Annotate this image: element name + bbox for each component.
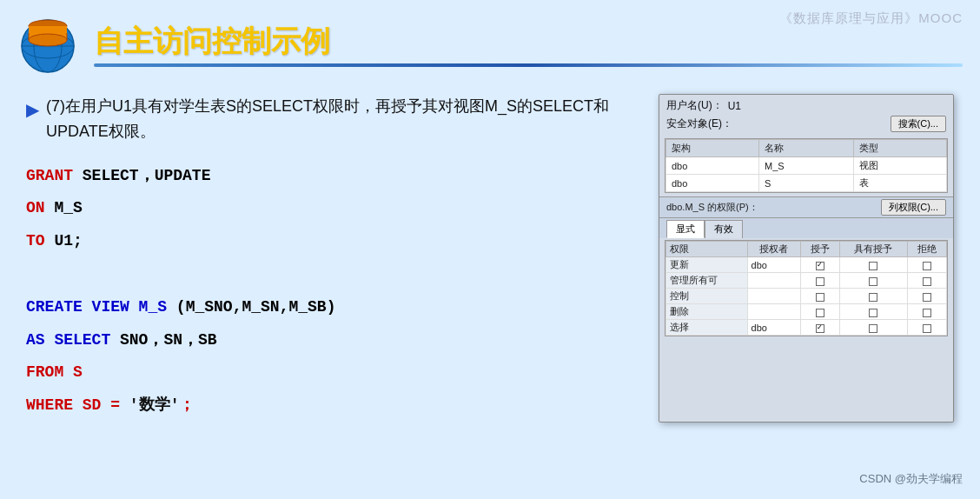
code-line-on: ON M_S	[26, 192, 641, 225]
perm-row: 删除	[666, 304, 947, 320]
code-line-to: TO U1;	[26, 225, 641, 258]
code-line-as: AS SELECT SNO，SN，SB	[26, 324, 641, 357]
perm-deny[interactable]	[907, 304, 946, 320]
checkbox-deny[interactable]	[923, 262, 931, 270]
perm-grantor: dbo	[747, 257, 800, 273]
col-name: 名称	[759, 140, 854, 157]
kw-u1: U1;	[45, 232, 83, 250]
objects-table: 架构 名称 类型 dboM_S视图dboS表	[665, 139, 947, 192]
permissions-section-label: dbo.M_S 的权限(P)： 列权限(C)...	[659, 196, 953, 218]
bottom-watermark: CSDN @劲夫学编程	[859, 471, 963, 487]
table-row[interactable]: dboM_S视图	[666, 157, 947, 175]
cell-schema: dbo	[666, 157, 759, 175]
code-block: GRANT SELECT，UPDATE ON M_S TO U1; CREATE…	[26, 160, 641, 422]
checkbox-grant[interactable]	[816, 262, 824, 270]
tab-explicit[interactable]: 显式	[666, 220, 705, 238]
kw-as-select: AS SELECT	[26, 331, 110, 349]
dialog-tabs: 显式 有效	[659, 218, 953, 238]
col-schema: 架构	[666, 140, 759, 157]
objects-table-wrapper: 架构 名称 类型 dboM_S视图dboS表	[665, 138, 948, 193]
perm-name: 管理所有可	[666, 273, 748, 289]
user-value: U1	[728, 100, 741, 112]
perm-name: 控制	[666, 289, 748, 304]
left-panel: ▶ (7)在用户U1具有对学生表S的SELECT权限时，再授予其对视图M_S的S…	[26, 94, 641, 422]
perm-col-deny: 拒绝	[907, 242, 946, 257]
checkbox-grant[interactable]	[816, 293, 824, 302]
perm-grantor	[747, 289, 800, 304]
cell-name: M_S	[759, 157, 854, 175]
tab-effective[interactable]: 有效	[705, 220, 743, 238]
cell-schema: dbo	[666, 175, 759, 192]
header-area: 自主访问控制示例	[0, 0, 980, 85]
checkbox-deny[interactable]	[923, 293, 931, 302]
title-underline	[94, 63, 963, 67]
perm-col-grantor: 授权者	[747, 242, 800, 257]
checkbox-grant[interactable]	[816, 309, 824, 317]
perm-grant[interactable]	[800, 257, 839, 273]
code-line-where: WHERE SD = '数学'；	[26, 389, 641, 422]
permissions-table: 权限 授权者 授予 具有授予 拒绝 更新dbo管理所有可控制删除选择dbo	[665, 241, 947, 336]
checkbox-with_grant[interactable]	[869, 293, 877, 302]
code-line-blank	[26, 258, 641, 291]
perm-row: 选择dbo	[666, 320, 947, 336]
database-icon	[17, 16, 78, 77]
checkbox-grant[interactable]	[816, 324, 824, 333]
kw-end: ；	[179, 396, 195, 414]
dialog-top: 用户名(U)： U1 安全对象(E)： 搜索(C)...	[659, 95, 953, 136]
column-permissions-button[interactable]: 列权限(C)...	[881, 199, 946, 216]
title-bar: 自主访问控制示例	[94, 25, 963, 66]
checkbox-deny[interactable]	[923, 277, 931, 286]
description-block: ▶ (7)在用户U1具有对学生表S的SELECT权限时，再授予其对视图M_S的S…	[26, 94, 641, 144]
perm-with_grant[interactable]	[840, 304, 907, 320]
perm-row: 控制	[666, 289, 947, 304]
kw-where: WHERE SD =	[26, 396, 129, 414]
kw-sno-sn-sb: SNO，SN，SB	[110, 331, 216, 349]
col-type: 类型	[853, 140, 946, 157]
section-label-text: dbo.M_S 的权限(P)：	[666, 201, 758, 214]
checkbox-with_grant[interactable]	[869, 324, 877, 333]
perm-with_grant[interactable]	[840, 257, 907, 273]
table-row[interactable]: dboS表	[666, 175, 947, 192]
perm-grant[interactable]	[800, 289, 839, 304]
checkbox-grant[interactable]	[816, 277, 824, 286]
perm-name: 删除	[666, 304, 748, 320]
perm-row: 管理所有可	[666, 273, 947, 289]
kw-grant: GRANT	[26, 167, 73, 184]
kw-create-view: CREATE VIEW M_S	[26, 298, 167, 316]
perm-grant[interactable]	[800, 304, 839, 320]
code-line-from: FROM S	[26, 356, 641, 389]
perm-deny[interactable]	[907, 320, 946, 336]
dialog-panel: 用户名(U)： U1 安全对象(E)： 搜索(C)... 架构 名称 类型 db…	[659, 94, 954, 422]
perm-deny[interactable]	[907, 273, 946, 289]
code-line-grant: GRANT SELECT，UPDATE	[26, 160, 641, 193]
user-row: 用户名(U)： U1	[666, 98, 946, 113]
main-content: ▶ (7)在用户U1具有对学生表S的SELECT权限时，再授予其对视图M_S的S…	[0, 85, 980, 431]
kw-select-update: SELECT，UPDATE	[73, 167, 210, 184]
checkbox-deny[interactable]	[923, 309, 931, 317]
perm-grant[interactable]	[800, 320, 839, 336]
perm-col-withgrant: 具有授予	[840, 242, 907, 257]
checkbox-with_grant[interactable]	[869, 262, 877, 270]
arrow-marker: ▶	[26, 96, 39, 123]
perm-deny[interactable]	[907, 289, 946, 304]
perm-deny[interactable]	[907, 257, 946, 273]
kw-to: TO	[26, 232, 45, 250]
checkbox-with_grant[interactable]	[869, 309, 877, 317]
kw-on: ON	[26, 199, 45, 216]
bottom-watermark-text: CSDN @劲夫学编程	[859, 472, 963, 485]
cell-type: 表	[853, 175, 946, 192]
perm-grantor: dbo	[747, 320, 800, 336]
kw-columns: (M_SNO,M_SN,M_SB)	[167, 298, 335, 316]
perm-with_grant[interactable]	[840, 273, 907, 289]
kw-from-s: FROM S	[26, 363, 83, 381]
search-button[interactable]: 搜索(C)...	[891, 116, 946, 132]
checkbox-deny[interactable]	[923, 324, 931, 333]
security-row: 安全对象(E)： 搜索(C)...	[666, 116, 946, 132]
description-text: (7)在用户U1具有对学生表S的SELECT权限时，再授予其对视图M_S的SEL…	[46, 94, 641, 144]
perm-row: 更新dbo	[666, 257, 947, 273]
perm-with_grant[interactable]	[840, 289, 907, 304]
checkbox-with_grant[interactable]	[869, 277, 877, 286]
perm-grant[interactable]	[800, 273, 839, 289]
perm-with_grant[interactable]	[840, 320, 907, 336]
user-label: 用户名(U)：	[666, 98, 723, 113]
